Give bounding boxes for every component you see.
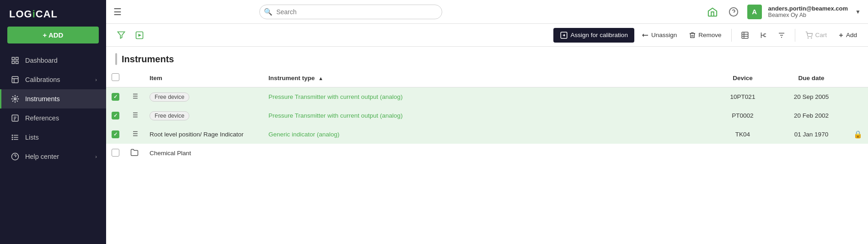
cart-button[interactable]: Cart bbox=[801, 28, 831, 42]
col-header-check bbox=[106, 69, 125, 87]
column-filter-icon[interactable] bbox=[774, 27, 789, 43]
item-tag: Free device bbox=[150, 111, 189, 120]
col-header-instrument-type[interactable]: Instrument type ▲ bbox=[263, 69, 711, 87]
instruments-table-wrapper: Item Instrument type ▲ Device Due date F… bbox=[106, 69, 868, 163]
cell-item: Free device bbox=[144, 87, 263, 107]
sort-icon: ▲ bbox=[318, 76, 323, 81]
sidebar: LOGiCAL + ADD Dashboard Calibrations › I… bbox=[0, 0, 106, 244]
sidebar-item-calibrations[interactable]: Calibrations › bbox=[0, 70, 106, 89]
row-type-icon bbox=[130, 130, 139, 138]
hamburger-icon[interactable]: ☰ bbox=[113, 6, 122, 17]
table-header: Item Instrument type ▲ Device Due date bbox=[106, 69, 868, 87]
toolbar-separator-1 bbox=[731, 29, 732, 42]
user-dropdown-arrow[interactable]: ▼ bbox=[855, 9, 861, 15]
search-bar: 🔍 bbox=[259, 5, 442, 19]
instrument-type-link[interactable]: Pressure Transmitter with current output… bbox=[268, 93, 402, 100]
cell-instrument-type: Generic indicator (analog) bbox=[263, 125, 711, 144]
sidebar-item-references[interactable]: References bbox=[0, 108, 106, 128]
sidebar-item-label-dashboard: Dashboard bbox=[25, 57, 58, 64]
select-all-checkbox[interactable] bbox=[112, 73, 119, 81]
cart-label: Cart bbox=[815, 32, 827, 38]
row-checkbox[interactable] bbox=[112, 149, 119, 157]
notifications-icon[interactable] bbox=[705, 5, 720, 19]
page-title: Instruments bbox=[122, 54, 174, 65]
page-title-wrap: Instruments bbox=[106, 47, 868, 69]
table-row: Chemical Plant bbox=[106, 144, 868, 163]
cell-icon bbox=[125, 87, 144, 107]
table-row: Free device Pressure Transmitter with cu… bbox=[106, 87, 868, 107]
add-button[interactable]: + ADD bbox=[7, 27, 99, 43]
cell-icon bbox=[125, 144, 144, 163]
unassign-label: Unassign bbox=[651, 32, 677, 38]
unassign-button[interactable]: Unassign bbox=[637, 28, 681, 42]
cell-device: PT0002 bbox=[711, 106, 775, 125]
svg-point-15 bbox=[12, 135, 13, 136]
cell-lock bbox=[848, 144, 868, 163]
sidebar-item-dashboard[interactable]: Dashboard bbox=[0, 51, 106, 70]
help-center-nav-icon bbox=[11, 152, 20, 161]
col-header-item: Item bbox=[144, 69, 263, 87]
col-header-icon bbox=[125, 69, 144, 87]
cell-due-date: 20 Sep 2005 bbox=[775, 87, 848, 107]
sidebar-item-label-calibrations: Calibrations bbox=[25, 76, 60, 83]
row-type-icon bbox=[130, 111, 139, 119]
lists-nav-icon bbox=[11, 133, 20, 142]
svg-rect-2 bbox=[12, 61, 14, 64]
sidebar-item-label-references: References bbox=[25, 114, 59, 122]
svg-point-35 bbox=[808, 38, 809, 38]
user-company: Beamex Oy Ab bbox=[768, 12, 848, 18]
svg-point-36 bbox=[811, 38, 812, 38]
sidebar-item-instruments[interactable]: Instruments bbox=[0, 89, 106, 108]
item-label: Chemical Plant bbox=[150, 150, 191, 157]
svg-point-7 bbox=[14, 98, 16, 100]
sidebar-item-help-center[interactable]: Help center › bbox=[0, 147, 106, 166]
add-small-button[interactable]: Add bbox=[834, 28, 861, 42]
cell-icon bbox=[125, 125, 144, 144]
tree-view-icon[interactable] bbox=[755, 27, 771, 43]
row-checkbox[interactable] bbox=[112, 130, 119, 138]
sidebar-item-label-help-center: Help center bbox=[25, 153, 59, 160]
cell-instrument-type: Pressure Transmitter with current output… bbox=[263, 106, 711, 125]
user-email: anders.portin@beamex.com bbox=[768, 5, 848, 12]
sidebar-item-lists[interactable]: Lists bbox=[0, 128, 106, 147]
assign-calibration-button[interactable]: Assign for calibration bbox=[553, 28, 634, 43]
row-checkbox[interactable] bbox=[112, 93, 119, 101]
instrument-type-link[interactable]: Generic indicator (analog) bbox=[268, 131, 339, 138]
row-checkbox[interactable] bbox=[112, 112, 119, 119]
instrument-type-link[interactable]: Pressure Transmitter with current output… bbox=[268, 112, 402, 119]
calibrations-nav-icon bbox=[11, 75, 20, 84]
user-avatar[interactable]: A bbox=[747, 5, 762, 19]
remove-label: Remove bbox=[698, 32, 721, 38]
table-view-icon[interactable] bbox=[737, 27, 753, 43]
assign-calibration-label: Assign for calibration bbox=[571, 32, 628, 38]
help-icon[interactable] bbox=[726, 5, 741, 19]
lock-icon: 🔒 bbox=[853, 130, 863, 138]
search-input[interactable] bbox=[259, 5, 442, 19]
cell-device: 10PT021 bbox=[711, 87, 775, 107]
cell-item: Free device bbox=[144, 106, 263, 125]
page-title-bar bbox=[115, 53, 117, 65]
table-body: Free device Pressure Transmitter with cu… bbox=[106, 87, 868, 163]
svg-point-16 bbox=[12, 137, 13, 138]
remove-button[interactable]: Remove bbox=[684, 28, 726, 42]
content-area: Instruments Item Instrument type ▲ Devic… bbox=[106, 47, 868, 244]
cell-lock bbox=[848, 87, 868, 107]
play-icon-btn[interactable] bbox=[132, 27, 147, 43]
nav-chevron-calibrations: › bbox=[95, 77, 97, 82]
row-type-icon bbox=[130, 148, 139, 157]
svg-rect-3 bbox=[16, 61, 18, 64]
svg-rect-0 bbox=[12, 57, 14, 60]
instruments-nav-icon bbox=[11, 94, 20, 103]
user-info[interactable]: anders.portin@beamex.com Beamex Oy Ab bbox=[768, 5, 848, 18]
sidebar-item-label-lists: Lists bbox=[25, 134, 39, 141]
cell-due-date: 01 Jan 1970 bbox=[775, 125, 848, 144]
logo-text: LOGiCAL bbox=[9, 8, 58, 20]
topbar-right: A anders.portin@beamex.com Beamex Oy Ab … bbox=[705, 5, 861, 19]
item-tag: Free device bbox=[150, 92, 189, 102]
filter-icon-btn[interactable] bbox=[113, 27, 129, 43]
svg-rect-23 bbox=[742, 32, 749, 38]
nav-chevron-help-center: › bbox=[95, 154, 97, 159]
cell-check bbox=[106, 125, 125, 144]
svg-point-17 bbox=[12, 139, 13, 140]
cell-due-date: 20 Feb 2002 bbox=[775, 106, 848, 125]
